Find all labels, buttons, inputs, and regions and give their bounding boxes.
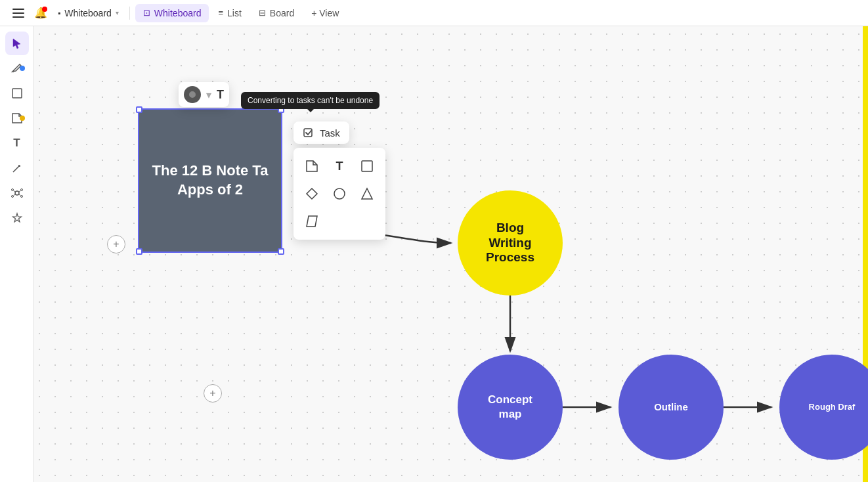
connector-tool[interactable]: [5, 156, 29, 180]
shape-sticky[interactable]: [300, 154, 324, 178]
shape-text[interactable]: T: [328, 154, 351, 178]
svg-marker-13: [307, 188, 317, 199]
draw-tool[interactable]: [5, 56, 29, 80]
shape-diamond[interactable]: [300, 182, 324, 206]
select-tool[interactable]: [5, 32, 29, 55]
svg-point-4: [15, 191, 19, 195]
nav-tabs: ⊡ Whiteboard ≡ List ⊟ Board + View: [135, 4, 347, 22]
canvas-area: T: [0, 26, 868, 482]
convert-task-button[interactable]: Task: [293, 121, 349, 144]
tab-board[interactable]: ⊟ Board: [251, 4, 302, 22]
shape-palette: T: [293, 148, 385, 240]
svg-marker-15: [362, 188, 372, 199]
node-text-btn[interactable]: T: [217, 88, 224, 102]
tooltip: Converting to tasks can't be undone: [241, 92, 380, 109]
whiteboard-tab-icon: ⊡: [143, 8, 150, 18]
concept-map-node[interactable]: Conceptmap: [458, 355, 563, 460]
add-left-button[interactable]: +: [107, 235, 125, 253]
menu-icon[interactable]: [8, 3, 29, 24]
nav-divider: [129, 7, 130, 20]
rough-draft-text: Rough Draf: [809, 402, 856, 413]
svg-point-6: [20, 189, 22, 191]
add-below-button[interactable]: +: [204, 384, 222, 403]
svg-point-5: [11, 189, 13, 191]
svg-rect-2: [12, 16, 24, 18]
left-toolbar: T: [0, 26, 34, 482]
notification-dot: [42, 7, 47, 12]
mindmap-tool[interactable]: [5, 181, 29, 205]
board-tab-icon: ⊟: [259, 8, 266, 18]
selected-node-text: The 12 B Note Ta Apps of 2: [139, 155, 281, 206]
shape-parallelogram[interactable]: [300, 209, 324, 233]
node-toolbar: ▾ T: [179, 82, 229, 107]
sticky-tool-dot: [20, 116, 25, 121]
selected-node[interactable]: The 12 B Note Ta Apps of 2: [138, 108, 282, 253]
blog-writing-process-text: BlogWritingProcess: [486, 221, 534, 265]
svg-rect-0: [12, 9, 24, 10]
node-color-picker[interactable]: [184, 86, 201, 103]
outline-text: Outline: [654, 401, 688, 414]
rough-draft-node[interactable]: Rough Draf: [779, 355, 868, 460]
svg-point-7: [11, 196, 13, 198]
magic-tool[interactable]: [5, 206, 29, 230]
shape-rect[interactable]: [355, 154, 379, 178]
top-nav: 🔔 ▪ Whiteboard ▾ ⊡ Whiteboard ≡ List ⊟ B…: [0, 0, 868, 26]
svg-point-8: [20, 196, 22, 198]
outline-node[interactable]: Outline: [618, 355, 724, 460]
svg-marker-16: [307, 216, 317, 227]
blog-writing-process-node[interactable]: BlogWritingProcess: [458, 190, 563, 296]
concept-map-text: Conceptmap: [488, 393, 532, 422]
notification-icon[interactable]: 🔔: [32, 4, 50, 22]
project-name[interactable]: ▪ Whiteboard ▾: [53, 8, 124, 18]
shape-triangle[interactable]: [355, 182, 379, 206]
tab-list[interactable]: ≡ List: [210, 4, 249, 22]
svg-rect-3: [12, 89, 22, 98]
add-view-button[interactable]: + View: [303, 4, 347, 22]
tab-whiteboard[interactable]: ⊡ Whiteboard: [135, 4, 209, 22]
shape-tool[interactable]: [5, 81, 29, 105]
sticky-tool[interactable]: [5, 106, 29, 130]
svg-point-10: [189, 91, 196, 98]
handle-br[interactable]: [278, 248, 284, 255]
list-tab-icon: ≡: [218, 8, 223, 18]
svg-rect-12: [362, 161, 372, 171]
connector-svg: [34, 26, 868, 482]
handle-bl[interactable]: [136, 248, 142, 255]
shape-circle[interactable]: [328, 182, 351, 206]
whiteboard-content: + + The 12 B Note Ta Apps of 2 ▾ T Conve…: [34, 26, 868, 482]
svg-rect-1: [12, 12, 24, 14]
text-tool[interactable]: T: [5, 131, 29, 155]
svg-point-14: [334, 188, 345, 199]
handle-tl[interactable]: [136, 106, 142, 113]
draw-tool-dot: [20, 66, 25, 71]
